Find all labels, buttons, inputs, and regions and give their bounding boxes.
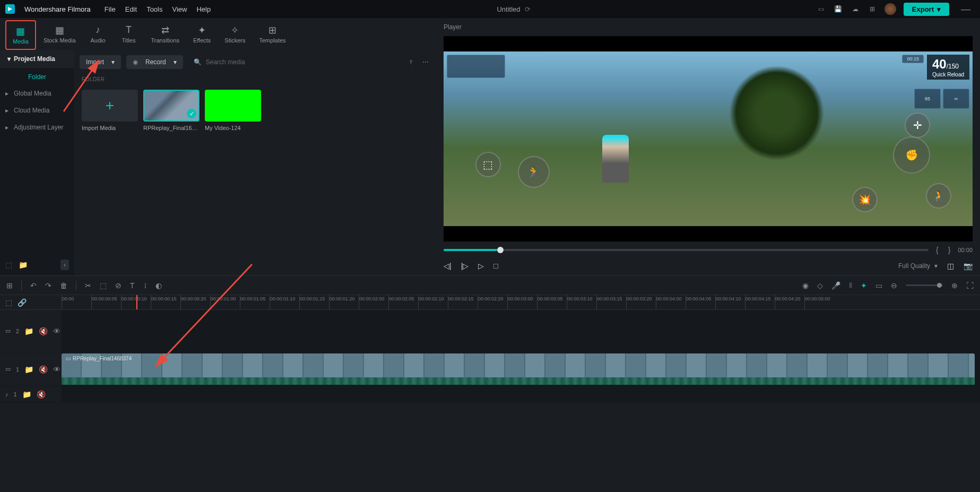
new-bin-icon[interactable]: ⬚ [5,261,12,269]
crop-button[interactable]: ⬚ [100,281,107,290]
weapon-slot: 65 [914,89,941,109]
tab-effects[interactable]: ✦Effects [187,20,217,50]
folder-heading[interactable]: Folder [0,68,74,85]
snapshot-icon[interactable]: 📷 [964,262,973,270]
player-scrubber[interactable]: { } 00:00 [436,241,980,258]
video-frame: 00:15 40/150 Quick Reload ⬚ 🏃 ✊ 🧎 💥 ✛ [444,51,973,226]
media-grid: + Import Media ✓ RPReplay_Final167446...… [74,84,436,136]
media-item-green[interactable]: My Video-124 [205,90,261,131]
visibility-icon[interactable]: 👁 [53,365,60,374]
save-icon[interactable]: 💾 [834,4,843,14]
mute-icon[interactable]: 🔇 [39,327,48,335]
player-title: Player [436,18,980,36]
import-dropdown[interactable]: Import▾ [80,55,121,69]
tab-titles[interactable]: TTitles [114,20,144,50]
split-button[interactable]: ✂ [85,281,91,290]
prev-frame-button[interactable]: ◁| [444,262,452,270]
quality-dropdown[interactable]: Full Quality▾ [898,262,938,270]
zoom-out-button[interactable]: ⊖ [891,281,897,290]
next-frame-button[interactable]: |▷ [461,262,469,270]
zoom-in-button[interactable]: ⊕ [951,281,958,290]
sidebar-header[interactable]: ▾Project Media [0,50,74,68]
tab-transitions[interactable]: ⇄Transitions [145,20,186,50]
tab-templates[interactable]: ⊞Templates [253,20,292,50]
chevron-down-icon: ▾ [7,55,11,63]
undo-button[interactable]: ↶ [30,281,37,290]
track-v1-content[interactable]: ▭RPReplay_Final1468374 [62,352,980,386]
chevron-right-icon: ▸ [5,124,8,131]
audio-icon: ♪ [96,24,100,35]
clip-icon: ▭ [66,356,71,361]
export-button[interactable]: Export▾ [904,3,949,16]
track-a1-content[interactable] [62,386,980,402]
track-folder-icon[interactable]: 📁 [24,327,33,335]
stop-button[interactable]: □ [493,262,498,270]
minimize-button[interactable]: — [957,4,975,15]
sidebar-item-global-media[interactable]: ▸Global Media [0,85,74,102]
voiceover-icon[interactable]: 🎤 [831,281,840,290]
chevron-down-icon: ▾ [934,262,938,270]
filter-icon[interactable]: ⫯ [407,56,415,68]
record-dropdown[interactable]: ◉Record▾ [126,55,183,69]
tab-audio[interactable]: ♪Audio [83,20,113,50]
sidebar-item-adjustment-layer[interactable]: ▸Adjustment Layer [0,119,74,136]
mute-icon[interactable]: 🔇 [39,365,48,374]
layout-icon[interactable]: ▭ [817,4,826,14]
mark-in-button[interactable]: { [934,246,941,254]
auto-icon[interactable]: ✦ [861,281,867,290]
check-icon: ✓ [187,109,196,118]
zoom-slider[interactable] [906,284,943,286]
timeline-ruler[interactable]: 00:0000:00:00:0500:00:00:1000:00:00:1500… [62,295,980,309]
link-icon[interactable]: 🔗 [18,298,27,307]
media-item-video[interactable]: ✓ RPReplay_Final167446... [143,90,200,131]
cloud-icon[interactable]: ☁ [851,4,860,14]
adjust-button[interactable]: ⫶ [143,281,147,290]
delete-button[interactable]: 🗑 [60,281,67,290]
more-icon[interactable]: ⋯ [420,56,431,68]
track-gutter-v1: ▭1 📁 🔇 👁 [0,352,62,386]
clip-audio-wave [62,377,975,385]
marker-icon[interactable]: ◇ [817,281,823,290]
playhead[interactable]: ✂ [136,295,137,309]
menu-view[interactable]: View [172,5,187,13]
tab-stickers[interactable]: ✧Stickers [218,20,251,50]
color-button[interactable]: ◐ [155,281,162,290]
user-avatar[interactable] [884,3,896,15]
track-options-icon[interactable]: ⬚ [5,298,12,307]
menu-tools[interactable]: Tools [146,5,162,13]
audio-track-icon: ♪ [5,391,8,398]
fit-button[interactable]: ⛶ [966,281,974,290]
visibility-icon[interactable]: 👁 [53,327,60,335]
menu-edit[interactable]: Edit [125,5,137,13]
chevron-down-icon: ▾ [111,58,115,66]
sidebar-item-cloud-media[interactable]: ▸Cloud Media [0,102,74,119]
aspect-icon[interactable]: ▭ [875,281,882,290]
import-media-tile[interactable]: + Import Media [82,90,138,131]
player-viewport[interactable]: 00:15 40/150 Quick Reload ⬚ 🏃 ✊ 🧎 💥 ✛ [444,36,973,241]
text-button[interactable]: T [130,281,135,290]
menu-help[interactable]: Help [196,5,211,13]
grid-icon[interactable]: ⊞ [868,4,877,14]
track-v2-content[interactable] [62,310,980,352]
tab-stock-media[interactable]: ▦Stock Media [37,20,82,50]
speed-button[interactable]: ⊘ [115,281,122,290]
track-folder-icon[interactable]: 📁 [22,390,31,399]
play-button[interactable]: ▷ [478,262,484,270]
menu-file[interactable]: File [105,5,116,13]
video-track-icon: ▭ [5,366,11,373]
mixer-icon[interactable]: ⫴ [849,281,852,290]
render-icon[interactable]: ◉ [802,281,809,290]
time-display: 00:00 [958,247,973,253]
new-folder-icon[interactable]: 📁 [19,261,28,269]
collapse-sidebar-button[interactable]: ‹ [60,260,69,270]
compare-icon[interactable]: ◫ [947,262,954,270]
player-panel: Player 00:15 40/150 Quick Reload [436,18,980,275]
sync-icon[interactable]: ⟳ [525,5,531,13]
mark-out-button[interactable]: } [946,246,953,254]
mute-icon[interactable]: 🔇 [37,390,46,399]
dashboard-icon[interactable]: ⊞ [6,281,13,290]
redo-button[interactable]: ↷ [45,281,51,290]
track-folder-icon[interactable]: 📁 [24,365,33,374]
tab-media[interactable]: ▦Media [5,20,36,50]
search-input[interactable]: 🔍Search media [188,55,402,69]
